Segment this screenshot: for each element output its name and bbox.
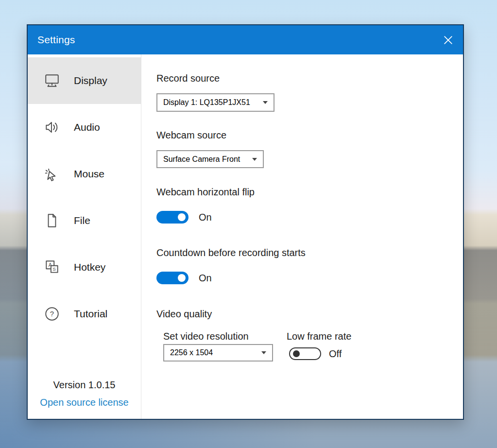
- low-frame-rate-state: Off: [329, 348, 342, 360]
- settings-content: Record source Display 1: LQ135P1JX51 Web…: [141, 54, 463, 419]
- sidebar-item-label: Mouse: [74, 168, 104, 180]
- countdown-toggle[interactable]: [156, 272, 189, 284]
- sidebar-item-label: Hotkey: [74, 261, 105, 273]
- svg-text:?: ?: [50, 310, 54, 318]
- close-icon: [443, 35, 453, 45]
- video-quality-label: Video quality: [156, 309, 212, 320]
- webcam-source-select[interactable]: Surface Camera Front: [156, 150, 264, 168]
- webcam-source-label: Webcam source: [156, 130, 226, 141]
- record-source-select[interactable]: Display 1: LQ135P1JX51: [156, 93, 274, 112]
- toggle-knob: [178, 213, 186, 221]
- window-title: Settings: [37, 34, 75, 46]
- video-resolution-label: Set video resolution: [163, 331, 249, 342]
- webcam-flip-label: Webcam horizontal flip: [156, 187, 255, 198]
- hotkey-keys-icon: A S: [44, 259, 60, 276]
- open-source-license-link[interactable]: Open source license: [28, 397, 141, 408]
- speaker-icon: [44, 119, 60, 136]
- monitor-icon: [44, 72, 60, 89]
- svg-text:S: S: [53, 266, 56, 272]
- sidebar-item-hotkey[interactable]: A S Hotkey: [28, 244, 141, 291]
- chevron-down-icon: [252, 158, 257, 161]
- low-frame-rate-label: Low frame rate: [287, 331, 351, 342]
- question-circle-icon: ?: [44, 306, 60, 322]
- video-resolution-select[interactable]: 2256 x 1504: [163, 344, 273, 362]
- low-frame-rate-row: Off: [289, 347, 342, 360]
- version-text: Version 1.0.15: [28, 379, 141, 391]
- countdown-row: On: [156, 272, 212, 284]
- chevron-down-icon: [261, 351, 266, 354]
- sidebar-item-tutorial[interactable]: ? Tutorial: [28, 291, 141, 337]
- sidebar-item-display[interactable]: Display: [28, 57, 141, 104]
- titlebar: Settings: [28, 25, 463, 54]
- record-source-label: Record source: [156, 73, 220, 84]
- document-icon: [44, 212, 60, 229]
- sidebar-item-label: Display: [74, 75, 107, 86]
- sidebar-footer: Version 1.0.15 Open source license: [28, 379, 141, 408]
- toggle-knob: [178, 274, 186, 282]
- settings-window: Settings Display: [27, 24, 464, 420]
- sidebar-item-label: File: [74, 215, 90, 226]
- webcam-flip-toggle[interactable]: [156, 211, 189, 224]
- sidebar-item-mouse[interactable]: Mouse: [28, 151, 141, 197]
- countdown-label: Countdown before recording starts: [156, 247, 306, 258]
- webcam-flip-state: On: [199, 212, 212, 223]
- sidebar-item-file[interactable]: File: [28, 197, 141, 244]
- sidebar-nav: Display Audio Mouse: [28, 54, 141, 337]
- low-frame-rate-toggle[interactable]: [289, 347, 321, 360]
- sidebar-item-label: Tutorial: [74, 308, 107, 320]
- chevron-down-icon: [263, 101, 268, 104]
- webcam-source-value: Surface Camera Front: [163, 155, 240, 164]
- countdown-state: On: [199, 273, 212, 284]
- record-source-value: Display 1: LQ135P1JX51: [163, 98, 250, 107]
- video-resolution-value: 2256 x 1504: [170, 348, 213, 357]
- cursor-icon: [44, 166, 60, 182]
- sidebar: Display Audio Mouse: [28, 54, 141, 419]
- close-button[interactable]: [441, 33, 455, 47]
- sidebar-item-audio[interactable]: Audio: [28, 104, 141, 151]
- sidebar-item-label: Audio: [74, 121, 100, 133]
- webcam-flip-row: On: [156, 211, 212, 224]
- toggle-knob: [293, 350, 300, 357]
